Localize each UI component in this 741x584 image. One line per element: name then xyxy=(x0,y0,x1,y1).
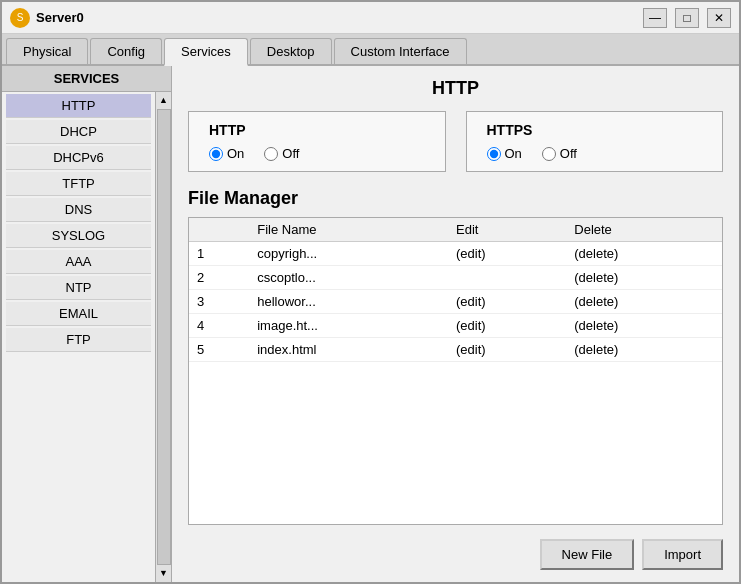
http-on-option[interactable]: On xyxy=(209,146,244,161)
action-buttons: New File Import xyxy=(188,539,723,570)
main-panel: HTTP HTTP On Off xyxy=(172,66,739,582)
maximize-button[interactable]: □ xyxy=(675,8,699,28)
title-bar: S Server0 — □ ✕ xyxy=(2,2,739,34)
row-edit xyxy=(448,266,566,290)
sidebar-scrollbar: ▲ ▼ xyxy=(155,92,171,582)
col-edit: Edit xyxy=(448,218,566,242)
protocol-section: HTTP On Off HTTPS xyxy=(188,111,723,172)
scroll-up-button[interactable]: ▲ xyxy=(157,94,170,107)
row-edit[interactable]: (edit) xyxy=(448,290,566,314)
scroll-thumb[interactable] xyxy=(157,109,171,565)
http-off-option[interactable]: Off xyxy=(264,146,299,161)
file-table: File Name Edit Delete 1 copyrigh... (edi… xyxy=(189,218,722,362)
http-off-radio[interactable] xyxy=(264,147,278,161)
row-delete[interactable]: (delete) xyxy=(566,338,722,362)
row-num: 2 xyxy=(189,266,249,290)
table-row: 5 index.html (edit) (delete) xyxy=(189,338,722,362)
row-num: 5 xyxy=(189,338,249,362)
table-row: 2 cscoptlo... (delete) xyxy=(189,266,722,290)
file-manager-title: File Manager xyxy=(188,188,723,209)
import-button[interactable]: Import xyxy=(642,539,723,570)
sidebar-item-aaa[interactable]: AAA xyxy=(6,250,151,274)
col-filename: File Name xyxy=(249,218,448,242)
col-delete: Delete xyxy=(566,218,722,242)
window-controls: — □ ✕ xyxy=(643,8,731,28)
row-delete[interactable]: (delete) xyxy=(566,242,722,266)
sidebar-item-dhcpv6[interactable]: DHCPv6 xyxy=(6,146,151,170)
tab-bar: Physical Config Services Desktop Custom … xyxy=(2,34,739,66)
window-icon: S xyxy=(10,8,30,28)
row-filename: copyrigh... xyxy=(249,242,448,266)
main-window: S Server0 — □ ✕ Physical Config Services… xyxy=(0,0,741,584)
row-edit[interactable]: (edit) xyxy=(448,338,566,362)
sidebar-item-ftp[interactable]: FTP xyxy=(6,328,151,352)
tab-custom-interface[interactable]: Custom Interface xyxy=(334,38,467,64)
row-delete[interactable]: (delete) xyxy=(566,290,722,314)
sidebar-item-http[interactable]: HTTP xyxy=(6,94,151,118)
row-edit[interactable]: (edit) xyxy=(448,242,566,266)
sidebar-items: HTTP DHCP DHCPv6 TFTP DNS SYSLOG AAA NTP… xyxy=(2,92,155,582)
table-header-row: File Name Edit Delete xyxy=(189,218,722,242)
row-delete[interactable]: (delete) xyxy=(566,266,722,290)
row-delete[interactable]: (delete) xyxy=(566,314,722,338)
https-box: HTTPS On Off xyxy=(466,111,724,172)
minimize-button[interactable]: — xyxy=(643,8,667,28)
http-radio-group: On Off xyxy=(209,146,425,161)
tab-desktop[interactable]: Desktop xyxy=(250,38,332,64)
https-off-radio[interactable] xyxy=(542,147,556,161)
https-off-label: Off xyxy=(560,146,577,161)
sidebar-item-ntp[interactable]: NTP xyxy=(6,276,151,300)
row-num: 3 xyxy=(189,290,249,314)
new-file-button[interactable]: New File xyxy=(540,539,635,570)
window-title: Server0 xyxy=(36,10,643,25)
http-on-radio[interactable] xyxy=(209,147,223,161)
http-off-label: Off xyxy=(282,146,299,161)
row-filename: image.ht... xyxy=(249,314,448,338)
tab-services[interactable]: Services xyxy=(164,38,248,66)
row-num: 1 xyxy=(189,242,249,266)
sidebar-item-dhcp[interactable]: DHCP xyxy=(6,120,151,144)
sidebar-title: SERVICES xyxy=(2,66,171,92)
https-label: HTTPS xyxy=(487,122,703,138)
close-button[interactable]: ✕ xyxy=(707,8,731,28)
sidebar-item-dns[interactable]: DNS xyxy=(6,198,151,222)
row-filename: index.html xyxy=(249,338,448,362)
https-off-option[interactable]: Off xyxy=(542,146,577,161)
http-on-label: On xyxy=(227,146,244,161)
content-area: SERVICES HTTP DHCP DHCPv6 TFTP DNS SYSLO… xyxy=(2,66,739,582)
http-box: HTTP On Off xyxy=(188,111,446,172)
tab-physical[interactable]: Physical xyxy=(6,38,88,64)
table-row: 1 copyrigh... (edit) (delete) xyxy=(189,242,722,266)
https-on-option[interactable]: On xyxy=(487,146,522,161)
sidebar-item-tftp[interactable]: TFTP xyxy=(6,172,151,196)
table-row: 3 hellowor... (edit) (delete) xyxy=(189,290,722,314)
sidebar: SERVICES HTTP DHCP DHCPv6 TFTP DNS SYSLO… xyxy=(2,66,172,582)
scroll-down-button[interactable]: ▼ xyxy=(157,567,170,580)
row-num: 4 xyxy=(189,314,249,338)
https-on-radio[interactable] xyxy=(487,147,501,161)
row-filename: cscoptlo... xyxy=(249,266,448,290)
file-table-container: File Name Edit Delete 1 copyrigh... (edi… xyxy=(188,217,723,525)
https-radio-group: On Off xyxy=(487,146,703,161)
col-num xyxy=(189,218,249,242)
sidebar-wrapper: HTTP DHCP DHCPv6 TFTP DNS SYSLOG AAA NTP… xyxy=(2,92,171,582)
sidebar-item-email[interactable]: EMAIL xyxy=(6,302,151,326)
tab-config[interactable]: Config xyxy=(90,38,162,64)
table-row: 4 image.ht... (edit) (delete) xyxy=(189,314,722,338)
http-label: HTTP xyxy=(209,122,425,138)
row-filename: hellowor... xyxy=(249,290,448,314)
https-on-label: On xyxy=(505,146,522,161)
sidebar-item-syslog[interactable]: SYSLOG xyxy=(6,224,151,248)
panel-title: HTTP xyxy=(188,78,723,99)
row-edit[interactable]: (edit) xyxy=(448,314,566,338)
